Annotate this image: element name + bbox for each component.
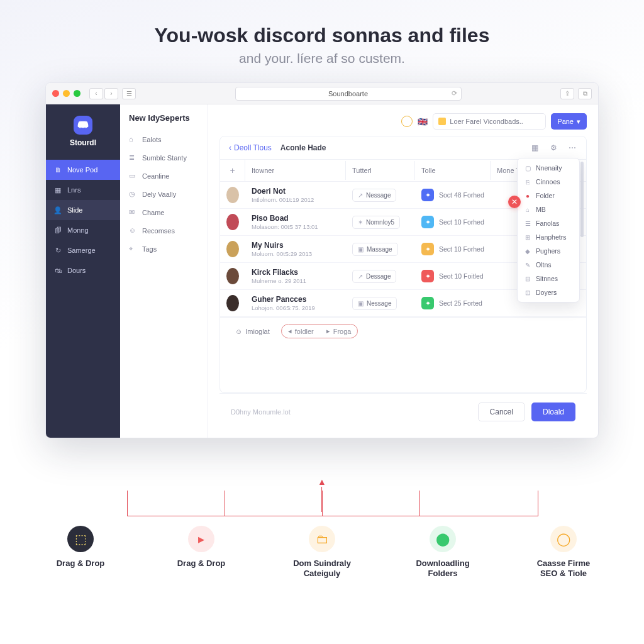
dropdown-item-mb[interactable]: ⌂MB — [518, 203, 579, 216]
dropdown-item-hanphetrs[interactable]: ⊞Hanphetrs — [518, 230, 579, 244]
nav-item-slide[interactable]: 👤Slide — [46, 200, 120, 220]
reload-icon[interactable]: ⟳ — [452, 89, 457, 97]
nav-item-label: Dours — [67, 267, 86, 274]
col-tolle[interactable]: Tolle — [415, 161, 491, 180]
dropdown-item-nnenaity[interactable]: ▢Nnenaity — [518, 161, 579, 175]
feature-item: ▸Drag & Drop — [160, 526, 242, 579]
content-card: ‹ Deoll Tlous Aconle Hade ▦ ⚙ ⋯ + Itowne… — [219, 136, 587, 393]
status-ring-icon[interactable] — [401, 116, 413, 127]
search-input[interactable]: Loer Farel Vicondbads.. — [433, 113, 546, 130]
avatar — [226, 187, 239, 203]
dropdown-item-icon: ⊟ — [524, 275, 531, 282]
scrollbar[interactable] — [580, 162, 584, 237]
row-name: Piso Boad — [252, 214, 340, 223]
dropdown-item-cinnoes[interactable]: ⎘Cinnoes — [518, 175, 579, 189]
close-badge-icon[interactable]: ✕ — [508, 196, 521, 208]
nav-item-nove-pod[interactable]: 🗎Nove Pod — [46, 160, 120, 180]
col-tutterl[interactable]: Tutterl — [346, 161, 415, 180]
app-window: ‹ › ☰ Soundboarte ⟳ ⇪ ⧉ Stourdl 🗎Nove Po… — [45, 82, 599, 438]
sub-item-label: Sumblc Stanty — [142, 154, 187, 162]
nav-item-monng[interactable]: 🗐Monng — [46, 220, 120, 240]
dropdown-item-fanolas[interactable]: ☰Fanolas — [518, 216, 579, 230]
tabs-button[interactable]: ⧉ — [578, 88, 592, 99]
sub-item-ceanline[interactable]: ▭Ceanline — [120, 167, 208, 185]
feature-label: Drag & Drop — [57, 558, 105, 569]
nav-item-label: Samerge — [67, 247, 96, 254]
row-pill[interactable]: ↗Nessage — [352, 189, 396, 202]
settings-icon[interactable]: ⚙ — [548, 143, 558, 153]
share-button[interactable]: ⇪ — [560, 88, 574, 99]
dropdown-item-label: Folder — [536, 192, 555, 199]
nav-item-lnrs[interactable]: ▦Lnrs — [46, 180, 120, 200]
footer-prev-button[interactable]: ◂ foldler — [282, 325, 320, 338]
footer-pager: ◂ foldler ▸ Froga — [281, 324, 358, 338]
row-pill[interactable]: ▣Nessage — [352, 297, 397, 310]
column-dropdown[interactable]: ▢Nnenaity⎘Cinnoes●Folder⌂MB☰Fanolas⊞Hanp… — [517, 158, 580, 303]
dropdown-item-folder[interactable]: ●Folder — [518, 189, 579, 203]
avatar — [226, 241, 239, 257]
dropdown-item-label: Doyers — [536, 289, 557, 296]
row-pill[interactable]: ✶Nomnloy5 — [352, 216, 400, 229]
feature-label: Dom SuindralyCateiguly — [293, 558, 351, 579]
feature-label: Drag & Drop — [177, 558, 226, 569]
confirm-button[interactable]: Dloald — [531, 402, 575, 421]
brand-icon — [74, 116, 92, 135]
dropdown-item-pughers[interactable]: ◆Pughers — [518, 244, 579, 258]
minimize-icon[interactable] — [63, 90, 70, 97]
dropdown-item-label: Sitnnes — [536, 275, 558, 282]
row-pill[interactable]: ↗Dessage — [352, 270, 396, 283]
sub-item-label: Ceanline — [142, 172, 169, 180]
nav-item-samerge[interactable]: ↻Samerge — [46, 240, 120, 260]
hero: You-wosk discord sonnas and files and yo… — [0, 0, 644, 74]
avatar — [226, 214, 239, 230]
dropdown-item-icon: ⊡ — [524, 289, 531, 296]
sidebar-nav: Stourdl 🗎Nove Pod▦Lnrs👤Slide🗐Monng↻Samer… — [46, 104, 120, 438]
sub-item-dely-vaally[interactable]: ◷Dely Vaally — [120, 185, 208, 203]
sub-item-chame[interactable]: ✉Chame — [120, 203, 208, 221]
nav-fwd-button[interactable]: › — [104, 88, 118, 99]
home-icon: ⌂ — [129, 135, 137, 143]
add-row-button[interactable]: + — [220, 160, 245, 181]
pill-icon: ↗ — [358, 192, 363, 199]
dropdown-item-doyers[interactable]: ⊡Doyers — [518, 286, 579, 299]
dropdown-item-icon: ⎘ — [524, 178, 531, 186]
chat-icon: ✉ — [129, 208, 137, 216]
dropdown-item-label: MB — [536, 206, 546, 213]
view-grid-icon[interactable]: ▦ — [530, 143, 540, 153]
more-icon[interactable]: ⋯ — [567, 143, 577, 153]
row-sect: Soct 48 Forhed — [439, 191, 484, 199]
breadcrumb-back[interactable]: ‹ Deoll Tlous — [229, 143, 272, 152]
sub-item-ealots[interactable]: ⌂Ealots — [120, 130, 208, 148]
dropdown-item-oltns[interactable]: ✎Oltns — [518, 258, 579, 272]
traffic-lights[interactable] — [52, 90, 80, 97]
dropdown-item-label: Nnenaity — [536, 164, 562, 172]
cancel-button[interactable]: Cancel — [478, 402, 525, 421]
footer-next-button[interactable]: ▸ Froga — [320, 325, 358, 338]
sync-icon: ↻ — [53, 246, 62, 255]
doc-icon: 🗐 — [53, 226, 62, 235]
nav-back-button[interactable]: ‹ — [89, 88, 103, 99]
sidebar-toggle-button[interactable]: ☰ — [122, 88, 136, 99]
primary-dropdown-button[interactable]: Pane ▾ — [551, 113, 587, 130]
brand-name: Stourdl — [46, 138, 120, 147]
footer-imioglat-button[interactable]: ☺ Imioglat — [229, 325, 276, 338]
close-icon[interactable] — [52, 90, 59, 97]
row-pill[interactable]: ▣Massage — [352, 243, 398, 256]
col-owner[interactable]: Itowner — [245, 161, 346, 180]
zoom-icon[interactable] — [74, 90, 80, 97]
row-sect: Sect 25 Forted — [439, 299, 482, 307]
locale-icon[interactable]: 🇬🇧 — [418, 117, 428, 126]
feature-item: ◯Caasse FirmeSEO & Tiole — [523, 526, 604, 579]
hero-subtitle: and your. líere af so custem. — [0, 51, 644, 66]
nav-item-dours[interactable]: 🛍Dours — [46, 260, 120, 280]
feature-icon: ▸ — [188, 526, 214, 552]
address-bar[interactable]: Soundboarte ⟳ — [235, 87, 462, 101]
dropdown-item-icon: ✎ — [524, 261, 531, 269]
layers-icon: ≣ — [129, 153, 137, 162]
feature-item: ⬚Drag & Drop — [40, 526, 121, 579]
sub-item-tags[interactable]: ⌖Tags — [120, 240, 208, 258]
dropdown-item-sitnnes[interactable]: ⊟Sitnnes — [518, 272, 579, 286]
sub-item-recomses[interactable]: ☺Recomses — [120, 221, 208, 240]
sub-item-sumblc-stanty[interactable]: ≣Sumblc Stanty — [120, 148, 208, 167]
card-footer: ☺ Imioglat ◂ foldler ▸ Froga — [220, 317, 586, 345]
